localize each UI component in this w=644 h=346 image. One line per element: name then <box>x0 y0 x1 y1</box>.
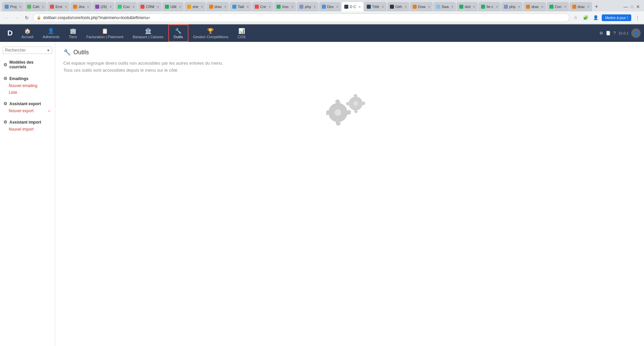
tab-dc-active[interactable]: D C × <box>342 2 363 11</box>
tab-gith[interactable]: Gith × <box>387 2 409 11</box>
tab-close[interactable]: × <box>451 5 453 9</box>
nav-item-banques[interactable]: 🏦 Banques | Caisses <box>128 24 168 42</box>
tab-ilec[interactable]: Ile c × <box>478 2 501 11</box>
tab-drav3[interactable]: drav × <box>570 2 592 11</box>
nav-item-tiers[interactable]: 🏢 Tiers <box>64 24 82 42</box>
nav-item-cos[interactable]: 📊 COS <box>233 24 250 42</box>
profile-button[interactable]: 👤 <box>592 14 600 22</box>
page-description-line1: Cet espace regroupe divers outils non ac… <box>63 61 223 66</box>
tab-tele[interactable]: Télé × <box>364 2 387 11</box>
nav-item-facturation[interactable]: 📋 Facturation | Paiement <box>82 24 128 42</box>
tab-close[interactable]: × <box>541 5 543 9</box>
tab-proj[interactable]: Proj × <box>2 2 24 11</box>
close-button[interactable]: ✕ <box>636 4 640 9</box>
tab-close[interactable]: × <box>201 5 203 9</box>
tab-php1[interactable]: php × <box>297 2 318 11</box>
tab-utili[interactable]: Utili × <box>162 2 184 11</box>
assistant-export-section-label: Assistant export <box>9 101 41 106</box>
tab-doli[interactable]: doli × <box>457 2 478 11</box>
tab-close[interactable]: × <box>87 5 89 9</box>
search-dropdown-icon[interactable]: ▼ <box>47 49 50 52</box>
tab-crm[interactable]: CRM × <box>138 2 162 11</box>
tab-drav1[interactable]: drav × <box>207 2 229 11</box>
tab-taili[interactable]: Taili × <box>230 2 251 11</box>
gears-container <box>63 94 636 134</box>
sidebar-section-assistant-import: ⚙ Assistant import Nouvel import <box>0 116 55 134</box>
nav-item-adherents[interactable]: 👤 Adhérents <box>38 24 64 42</box>
forward-button[interactable]: → <box>13 14 21 22</box>
sidebar-section-title-assistant-import[interactable]: ⚙ Assistant import <box>0 118 55 126</box>
tab-cah[interactable]: Cah × <box>24 2 47 11</box>
sidebar-link-nouvel-emailing[interactable]: Nouvel emailing <box>0 82 55 89</box>
tab-close[interactable]: × <box>19 5 21 9</box>
address-bar[interactable]: 🔒 dolibarr.cosjudo/core/tools.php?mainme… <box>33 13 570 22</box>
tab-close[interactable]: × <box>65 5 67 9</box>
back-button[interactable]: ← <box>3 14 11 22</box>
tab-close[interactable]: × <box>314 5 316 9</box>
nav-logo[interactable]: D <box>3 29 17 38</box>
tab-coo[interactable]: Coo × <box>115 2 137 11</box>
sidebar-section-title-modeles[interactable]: ⚙ Modèles des courriels <box>0 59 55 71</box>
tab-close[interactable]: × <box>382 5 384 9</box>
user-avatar[interactable]: 👤 <box>631 28 641 38</box>
assistant-import-section-label: Assistant import <box>9 120 41 125</box>
sidebar-link-liste[interactable]: Liste <box>0 89 55 96</box>
tab-insc[interactable]: Insc × <box>274 2 296 11</box>
extensions-button[interactable]: 🧩 <box>582 14 590 22</box>
minimize-button[interactable]: — <box>624 4 628 9</box>
tab-close[interactable]: × <box>110 5 112 9</box>
bookmark-button[interactable]: ☆ <box>572 14 580 22</box>
reload-button[interactable]: ↻ <box>23 14 31 22</box>
settings-icon[interactable]: ⚙ <box>599 31 603 36</box>
tab-close[interactable]: × <box>336 5 338 9</box>
gears-illustration <box>326 94 373 134</box>
nav-item-outils[interactable]: 🔧 Outils <box>168 24 188 42</box>
tab-close[interactable]: × <box>428 5 430 9</box>
tab-close[interactable]: × <box>564 5 566 9</box>
tab-cre[interactable]: Cre × <box>252 2 274 11</box>
tab-jira[interactable]: Jira × <box>70 2 92 11</box>
tab-close[interactable]: × <box>179 5 181 9</box>
tab-close[interactable]: × <box>157 5 159 9</box>
tab-close[interactable]: × <box>405 5 407 9</box>
sidebar-section-title-emailings[interactable]: ⚙ Emailings <box>0 75 55 82</box>
tab-dow[interactable]: Dow × <box>410 2 433 11</box>
tab-swa[interactable]: Swa × <box>433 2 456 11</box>
tab-close[interactable]: × <box>496 5 498 9</box>
top-nav: D 🏠 Accueil 👤 Adhérents 🏢 Tiers 📋 Factur… <box>0 24 644 42</box>
bookmark-nav-icon[interactable]: 📑 <box>606 31 611 36</box>
tab-close[interactable]: × <box>269 5 271 9</box>
tab-bar: Proj × Cah × Erre × Jira × (26) × Coo × <box>0 0 644 11</box>
update-button[interactable]: Mettre à jour ! <box>602 14 631 21</box>
menu-button[interactable]: ⋮ <box>633 14 641 22</box>
tab-dev[interactable]: Dev × <box>319 2 341 11</box>
search-box[interactable]: ▼ <box>3 47 52 54</box>
tab-php2[interactable]: php × <box>501 2 523 11</box>
search-input[interactable] <box>5 48 45 53</box>
sidebar-link-nouvel-import[interactable]: Nouvel import <box>0 126 55 133</box>
nav-label-gestion: Gestion Compétitions <box>193 35 228 39</box>
tiers-icon: 🏢 <box>70 28 76 34</box>
tab-close[interactable]: × <box>473 5 475 9</box>
tab-drav2[interactable]: drav × <box>523 2 546 11</box>
tab-close[interactable]: × <box>292 5 294 9</box>
tab-she[interactable]: she × <box>184 2 206 11</box>
tab-26[interactable]: (26) × <box>93 2 114 11</box>
nav-label-facturation: Facturation | Paiement <box>86 35 123 39</box>
tab-close[interactable]: × <box>587 5 589 9</box>
tab-close[interactable]: × <box>132 5 134 9</box>
sidebar-section-title-assistant-export[interactable]: ⚙ Assistant export <box>0 100 55 108</box>
nav-item-gestion[interactable]: 🏆 Gestion Compétitions <box>188 24 233 42</box>
tab-close[interactable]: × <box>224 5 226 9</box>
maximize-button[interactable]: □ <box>631 4 633 9</box>
nav-item-accueil[interactable]: 🏠 Accueil <box>17 24 38 42</box>
new-tab-button[interactable]: + <box>593 3 600 10</box>
tab-close[interactable]: × <box>247 5 249 9</box>
tab-close[interactable]: × <box>359 5 361 9</box>
tab-erre[interactable]: Erre × <box>47 2 70 11</box>
help-icon[interactable]: ? <box>613 31 616 36</box>
tab-close[interactable]: × <box>518 5 520 9</box>
sidebar-link-nouvel-export[interactable]: Nouvel export <box>0 108 46 114</box>
tab-close[interactable]: × <box>42 5 44 9</box>
tab-con[interactable]: Con × <box>547 2 569 11</box>
